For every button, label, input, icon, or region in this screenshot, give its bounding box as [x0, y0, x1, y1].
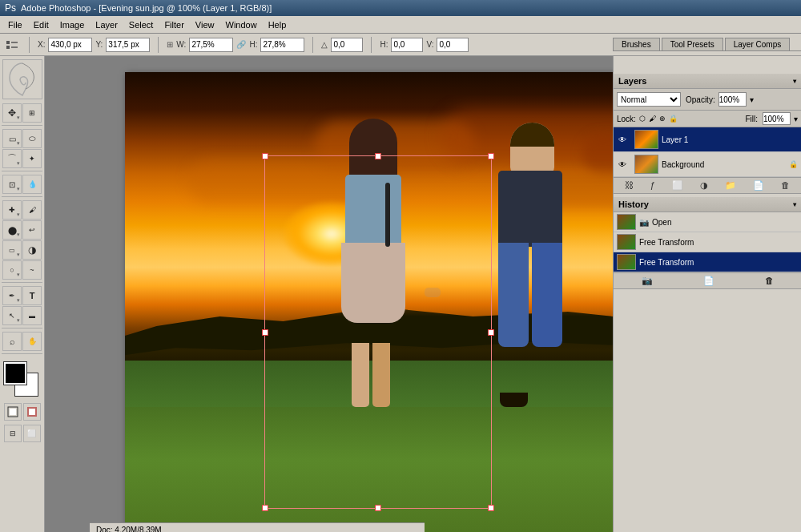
eyedropper-icon: 💧 — [28, 180, 37, 188]
history-row-2[interactable]: Free Transform — [614, 252, 801, 272]
tool-pen[interactable]: ✒▾ — [2, 286, 22, 305]
layer-1-name: Layer 1 — [662, 135, 798, 144]
skew-v-label: V: — [426, 40, 433, 49]
screen-mode-1[interactable]: ⊟ — [4, 425, 22, 442]
tool-gradient[interactable]: ◑ — [22, 240, 42, 260]
tool-heal[interactable]: ✚▾ — [2, 200, 22, 220]
create-snapshot-btn[interactable]: 📷 — [642, 276, 653, 286]
background-visibility[interactable]: 👁 — [617, 159, 628, 170]
tool-move[interactable]: ▾ — [2, 103, 22, 123]
tool-crop[interactable]: ⊡▾ — [2, 175, 22, 194]
menu-filter[interactable]: Filter — [159, 18, 188, 31]
arrow-opacity: ▾ — [750, 95, 754, 104]
layer-row-background[interactable]: 👁 Background 🔒 — [614, 152, 801, 177]
layer-1-visibility[interactable]: 👁 — [617, 134, 628, 145]
tool-path-select[interactable]: ↖▾ — [2, 306, 22, 325]
delete-state-btn[interactable]: 🗑 — [765, 276, 774, 286]
drawing-group: ✒▾ T ↖▾ ▬ — [2, 286, 42, 328]
screen-mode-2[interactable]: ⬜ — [23, 425, 41, 442]
lock-transparent-icon[interactable]: ⬡ — [639, 115, 646, 123]
tab-tool-presets[interactable]: Tool Presets — [662, 38, 723, 50]
menu-view[interactable]: View — [191, 18, 219, 31]
new-group-btn[interactable]: 📁 — [725, 180, 736, 191]
fill-input[interactable] — [763, 112, 791, 125]
canvas-image — [125, 72, 613, 532]
history-panel-header[interactable]: History ▾ — [614, 197, 801, 212]
h-input[interactable] — [260, 38, 304, 52]
tab-layer-comps[interactable]: Layer Comps — [725, 38, 790, 50]
standard-mode[interactable] — [4, 403, 22, 421]
left-toolbar: ▾ ⊞ ▭▾ ⬭ ⌒▾ ✦ ⊡▾ 💧 ✚▾ 🖌 — [0, 56, 45, 532]
x-input[interactable] — [48, 38, 92, 52]
layer-row-1[interactable]: 👁 Layer 1 — [614, 127, 801, 152]
new-layer-btn[interactable]: 📄 — [753, 180, 764, 191]
history-row-0[interactable]: 📷 Open — [614, 212, 801, 232]
tool-dodge[interactable]: ○▾ — [2, 260, 22, 280]
canvas-area: Doc: 4,20M/8,39M — [45, 56, 613, 532]
background-name: Background — [662, 160, 786, 169]
menu-file[interactable]: File — [3, 18, 27, 31]
new-document-from-state-btn[interactable]: 📄 — [703, 276, 714, 286]
tool-history-brush[interactable]: ↩ — [22, 220, 42, 240]
tool-eraser[interactable]: ▭▾ — [2, 240, 22, 260]
tool-clone-stamp[interactable]: ⬤▾ — [2, 220, 22, 240]
tool-marquee-rect[interactable]: ▭▾ — [2, 129, 22, 148]
menu-window[interactable]: Window — [221, 18, 262, 31]
lock-all-icon[interactable]: 🔒 — [669, 115, 678, 123]
layer-1-thumbnail — [634, 130, 658, 149]
tool-text[interactable]: T — [22, 286, 42, 305]
skew-h-input[interactable] — [391, 38, 423, 52]
tab-brushes[interactable]: Brushes — [613, 38, 660, 50]
y-input[interactable] — [106, 38, 150, 52]
add-style-btn[interactable]: ƒ — [650, 180, 655, 191]
tool-zoom[interactable]: ⌕ — [2, 332, 22, 351]
link-layers-btn[interactable]: ⛓ — [625, 180, 634, 191]
hand-icon: ✋ — [28, 337, 37, 345]
menu-bar: File Edit Image Layer Select Filter View… — [0, 16, 801, 34]
menu-image[interactable]: Image — [55, 18, 90, 31]
tool-shape[interactable]: ▬ — [22, 306, 42, 325]
history-panel: History ▾ 📷 Open Free Transform Free Tra… — [614, 197, 801, 289]
skew-v-input[interactable] — [437, 38, 469, 52]
tool-row-5: ✚▾ 🖌 — [2, 200, 42, 220]
foreground-color[interactable] — [4, 362, 26, 385]
tool-artboard[interactable]: ⊞ — [22, 103, 42, 123]
lock-position-icon[interactable]: ⊕ — [659, 115, 666, 123]
lock-image-icon[interactable]: 🖌 — [649, 115, 656, 123]
menu-layer[interactable]: Layer — [91, 18, 123, 31]
scale-section: ⊞ W: 🔗 H: — [167, 38, 304, 52]
tool-eyedropper[interactable]: 💧 — [22, 175, 42, 194]
blend-mode-select[interactable]: Normal Multiply Screen Overlay — [617, 92, 681, 107]
layers-panel-header[interactable]: Layers ▾ — [614, 74, 801, 89]
opacity-input[interactable] — [718, 92, 747, 107]
tool-hand[interactable]: ✋ — [22, 332, 42, 351]
menu-select[interactable]: Select — [124, 18, 159, 31]
pen-icon: ✒ — [9, 292, 15, 300]
menu-help[interactable]: Help — [264, 18, 292, 31]
woman-figure — [337, 119, 409, 407]
divider-1 — [29, 37, 30, 53]
tool-marquee-ellipse[interactable]: ⬭ — [22, 129, 42, 148]
tool-smudge[interactable]: ~ — [22, 260, 42, 280]
divider-4 — [371, 37, 372, 53]
delete-layer-btn[interactable]: 🗑 — [781, 180, 790, 191]
grass-lighter — [125, 407, 613, 532]
history-row-1[interactable]: Free Transform — [614, 232, 801, 252]
quick-mask-mode[interactable] — [23, 403, 41, 421]
tool-lasso[interactable]: ⌒▾ — [2, 149, 22, 168]
w-input[interactable] — [189, 38, 233, 52]
main-layout: ▾ ⊞ ▭▾ ⬭ ⌒▾ ✦ ⊡▾ 💧 ✚▾ 🖌 — [0, 56, 801, 532]
angle-input[interactable] — [331, 38, 363, 52]
tool-magic-wand[interactable]: ✦ — [22, 149, 42, 168]
status-bar: Doc: 4,20M/8,39M — [90, 522, 425, 532]
joined-hands — [425, 288, 441, 297]
tool-presets-picker[interactable] — [3, 36, 21, 54]
menu-edit[interactable]: Edit — [29, 18, 54, 31]
color-swatches[interactable] — [2, 361, 42, 397]
add-mask-btn[interactable]: ⬜ — [672, 180, 683, 191]
tool-brush[interactable]: 🖌 — [22, 200, 42, 220]
opacity-label: Opacity: — [686, 95, 715, 104]
new-adjustment-btn[interactable]: ◑ — [700, 180, 708, 191]
brush-icon: 🖌 — [29, 206, 36, 214]
history-brush-icon: ↩ — [29, 226, 35, 234]
